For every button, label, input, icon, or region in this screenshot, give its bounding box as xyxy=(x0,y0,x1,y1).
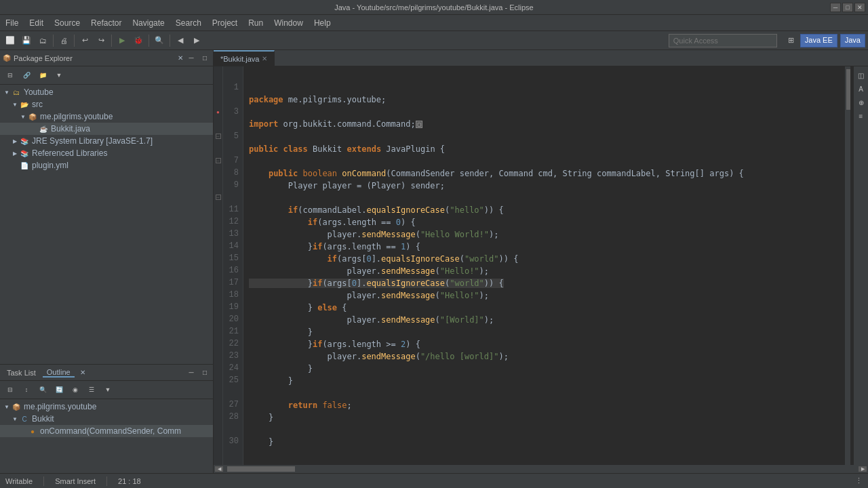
maximize-button[interactable]: □ xyxy=(842,3,853,12)
save-button[interactable]: 💾 xyxy=(19,33,34,48)
tree-item-src[interactable]: ▼ 📂 src xyxy=(0,98,213,110)
outline-item-method[interactable]: ● onCommand(CommandSender, Comm xyxy=(0,425,213,437)
sidebar-icon-4[interactable]: ≡ xyxy=(855,110,867,122)
close-button[interactable]: ✕ xyxy=(854,3,865,12)
outline-arrow-pkg[interactable]: ▼ xyxy=(3,404,11,410)
ln-2: 3 xyxy=(223,106,239,118)
reflibs-icon: 📚 xyxy=(19,148,30,159)
java-ee-button[interactable]: Java EE xyxy=(800,34,837,47)
pkg-minimize-btn[interactable]: ─ xyxy=(186,53,197,64)
pkg-maximize-btn[interactable]: □ xyxy=(199,53,210,64)
menu-help[interactable]: Help xyxy=(309,15,336,30)
task-list-tab[interactable]: Task List xyxy=(3,369,40,377)
quick-access-input[interactable] xyxy=(669,34,777,47)
java-button[interactable]: Java xyxy=(840,34,865,47)
gutter-7 xyxy=(214,142,222,155)
outline-tab[interactable]: Outline xyxy=(43,368,75,378)
menu-run[interactable]: Run xyxy=(243,15,269,30)
tree-item-jre[interactable]: ▶ 📚 JRE System Library [JavaSE-1.7] xyxy=(0,135,213,147)
tree-label-bukkit: Bukkit.java xyxy=(51,124,90,134)
tree-item-youtube[interactable]: ▼ 🗂 Youtube xyxy=(0,86,213,98)
line-if4: if(args[0].equalsIgnoreCase("world")) { xyxy=(249,254,518,264)
sidebar-icon-3[interactable]: ⊕ xyxy=(855,96,867,108)
line-if3: }if(args.length == 1) { xyxy=(249,242,420,251)
outline-filter-btn[interactable]: 🔍 xyxy=(35,382,50,397)
menu-file[interactable]: File xyxy=(0,15,24,30)
editor-scrollbar-x[interactable]: ◀ ▶ xyxy=(214,465,868,473)
gutter-1 xyxy=(214,69,222,81)
line-player: Player player = (Player) sender; xyxy=(249,181,445,190)
scrollbar-thumb-x[interactable] xyxy=(227,466,295,472)
code-content[interactable]: package me.pilgrims.youtube; import org.… xyxy=(243,66,845,465)
search-button[interactable]: 🔍 xyxy=(152,33,167,48)
new-button[interactable]: ⬜ xyxy=(3,33,18,48)
editor-tab-bukkit[interactable]: *Bukkit.java ✕ xyxy=(214,50,275,66)
outline-hide-fields-btn[interactable]: ◉ xyxy=(68,382,83,397)
menu-source[interactable]: Source xyxy=(49,15,85,30)
expand-arrow-reflibs[interactable]: ▶ xyxy=(11,150,19,157)
status-bar: Writable Smart Insert 21 : 18 ⋮ xyxy=(0,473,868,488)
quick-access-area xyxy=(669,34,777,47)
scroll-left-btn[interactable]: ◀ xyxy=(215,466,223,472)
save-all-button[interactable]: 🗂 xyxy=(35,33,50,48)
undo-button[interactable]: ↩ xyxy=(77,33,92,48)
redo-button[interactable]: ↪ xyxy=(94,33,108,48)
outline-hide-static-btn[interactable]: ☰ xyxy=(84,382,99,397)
outline-maximize-btn[interactable]: □ xyxy=(199,367,210,378)
package-explorer: 📦 Package Explorer ✕ ─ □ ⊟ 🔗 📁 ▼ ▼ 🗂 xyxy=(0,50,213,365)
fold-marker-class[interactable]: − xyxy=(216,134,221,139)
tree-item-reflibs[interactable]: ▶ 📚 Referenced Libraries xyxy=(0,147,213,159)
gutter-9 xyxy=(214,167,222,179)
outline-collapse-btn[interactable]: ⊟ xyxy=(3,382,18,397)
outline-pkg-icon: 📦 xyxy=(11,401,22,412)
outline-item-pkg[interactable]: ▼ 📦 me.pilgrims.youtube xyxy=(0,401,213,413)
outline-method-icon: ● xyxy=(27,426,38,436)
outline-sync-btn[interactable]: 🔄 xyxy=(52,382,66,397)
menu-refactor[interactable]: Refactor xyxy=(85,15,127,30)
debug-button[interactable]: 🐞 xyxy=(131,33,146,48)
scroll-right-btn[interactable]: ▶ xyxy=(859,466,867,472)
outline-item-class[interactable]: ▼ C Bukkit xyxy=(0,413,213,425)
prev-button[interactable]: ◀ xyxy=(173,33,188,48)
expand-arrow-pkg[interactable]: ▼ xyxy=(19,114,27,120)
sidebar-icon-1[interactable]: ◫ xyxy=(855,69,867,81)
java-file-icon: ☕ xyxy=(38,123,49,134)
status-menu-btn[interactable]: ⋮ xyxy=(855,476,863,485)
pkg-view-menu-btn[interactable]: ▼ xyxy=(52,68,66,83)
collapse-all-btn[interactable]: ⊟ xyxy=(3,68,18,83)
link-editor-btn[interactable]: 🔗 xyxy=(19,68,34,83)
sep1 xyxy=(53,35,54,47)
next-button[interactable]: ▶ xyxy=(189,33,204,48)
tree-item-plugin-yml[interactable]: 📄 plugin.yml xyxy=(0,159,213,171)
perspective-button[interactable]: ⊞ xyxy=(784,33,799,48)
outline-view-menu[interactable]: ▼ xyxy=(100,382,115,397)
pkg-new-btn[interactable]: 📁 xyxy=(35,68,50,83)
menu-window[interactable]: Window xyxy=(269,15,309,30)
expand-arrow-youtube[interactable]: ▼ xyxy=(3,89,11,96)
tree-item-package[interactable]: ▼ 📦 me.pilgrims.youtube xyxy=(0,110,213,123)
expand-arrow-jre[interactable]: ▶ xyxy=(11,138,19,144)
menu-edit[interactable]: Edit xyxy=(24,15,49,30)
fold-marker-method[interactable]: − xyxy=(216,158,221,163)
gutter-4: ● xyxy=(214,106,222,118)
status-sep2 xyxy=(106,476,107,486)
outline-arrow-class[interactable]: ▼ xyxy=(11,416,19,422)
sidebar-icon-2[interactable]: A xyxy=(855,83,867,95)
tree-item-bukkit[interactable]: ☕ Bukkit.java xyxy=(0,123,213,135)
fold-marker-if1[interactable]: − xyxy=(216,195,221,200)
print-button[interactable]: 🖨 xyxy=(56,33,71,48)
ln-21: 25 xyxy=(223,374,239,386)
editor-scrollbar-y[interactable] xyxy=(845,66,853,465)
expand-arrow-src[interactable]: ▼ xyxy=(11,102,19,108)
tab-close-bukkit[interactable]: ✕ xyxy=(262,55,267,62)
pkg-close-icon[interactable]: ✕ xyxy=(178,54,183,62)
gutter-2 xyxy=(214,81,222,94)
run-button[interactable]: ▶ xyxy=(115,33,130,48)
outline-sort-btn[interactable]: ↕ xyxy=(19,382,34,397)
outline-minimize-btn[interactable]: ─ xyxy=(186,367,197,378)
outline-close-icon[interactable]: ✕ xyxy=(80,369,85,376)
menu-search[interactable]: Search xyxy=(170,15,207,30)
menu-navigate[interactable]: Navigate xyxy=(127,15,170,30)
menu-project[interactable]: Project xyxy=(207,15,243,30)
minimize-button[interactable]: ─ xyxy=(830,3,841,12)
